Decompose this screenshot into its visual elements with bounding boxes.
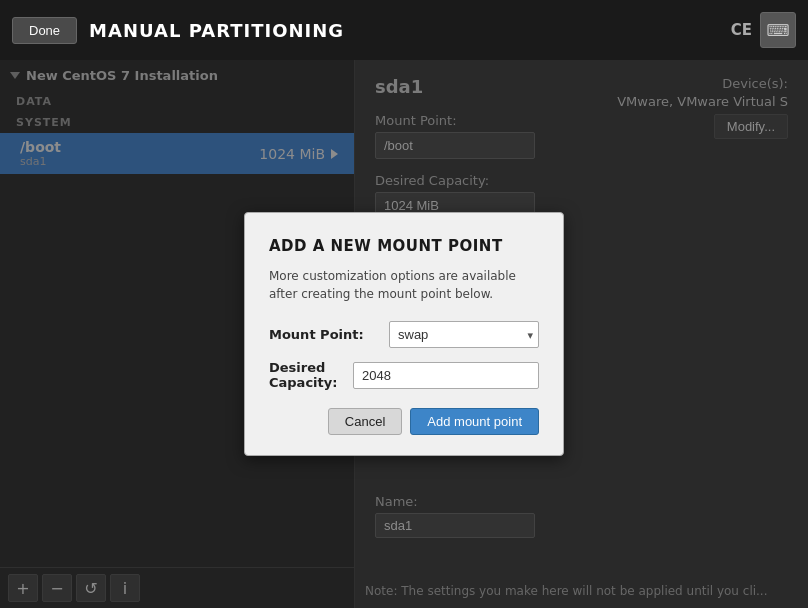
dialog-capacity-input[interactable]: [353, 362, 539, 389]
dialog-description: More customization options are available…: [269, 267, 539, 303]
add-mount-point-button[interactable]: Add mount point: [410, 408, 539, 435]
mount-point-select[interactable]: swap / /boot /home /tmp /var: [389, 321, 539, 348]
dialog-capacity-label: Desired Capacity:: [269, 360, 353, 390]
add-mount-point-dialog: ADD A NEW MOUNT POINT More customization…: [244, 212, 564, 456]
dialog-buttons: Cancel Add mount point: [269, 408, 539, 435]
keyboard-icon[interactable]: ⌨: [760, 12, 796, 48]
ce-label: CE: [731, 21, 752, 39]
header-right: CE ⌨: [731, 12, 796, 48]
done-button[interactable]: Done: [12, 17, 77, 44]
page-title: MANUAL PARTITIONING: [89, 20, 344, 41]
dialog-mount-point-label: Mount Point:: [269, 327, 389, 342]
dialog-title: ADD A NEW MOUNT POINT: [269, 237, 539, 255]
cancel-button[interactable]: Cancel: [328, 408, 402, 435]
mount-point-select-wrapper: swap / /boot /home /tmp /var ▾: [389, 321, 539, 348]
dialog-capacity-field: Desired Capacity:: [269, 360, 539, 390]
header: Done MANUAL PARTITIONING CE ⌨: [0, 0, 808, 60]
dialog-overlay: ADD A NEW MOUNT POINT More customization…: [0, 60, 808, 608]
dialog-mount-point-field: Mount Point: swap / /boot /home /tmp /va…: [269, 321, 539, 348]
